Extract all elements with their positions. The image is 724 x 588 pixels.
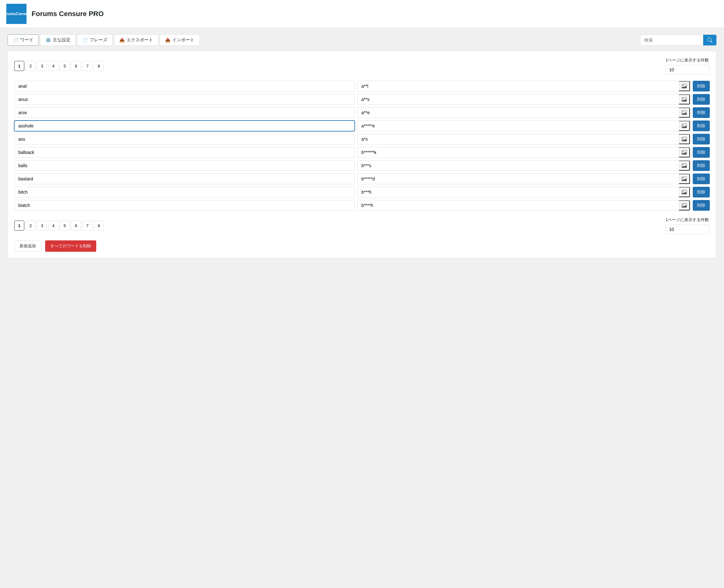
image-icon-button-6[interactable] xyxy=(679,161,690,171)
page-btn-8[interactable]: 8 xyxy=(94,61,104,71)
table-row: 削除 xyxy=(14,81,710,91)
tab-settings[interactable]: ⚙️ 主な設定 xyxy=(40,35,76,46)
page-btn-4[interactable]: 4 xyxy=(48,220,58,231)
words-tab-icon: 📄 xyxy=(13,38,18,43)
delete-button-0[interactable]: 削除 xyxy=(693,81,710,91)
tab-phrases[interactable]: 📄 フレーズ xyxy=(77,35,113,46)
image-icon-button-5[interactable] xyxy=(679,147,690,158)
image-icon xyxy=(682,190,687,195)
delete-button-2[interactable]: 削除 xyxy=(693,107,710,118)
bottom-pagination-row: 12345678 1ページに表示する件数 xyxy=(14,217,710,234)
word-input-1[interactable] xyxy=(14,94,355,105)
image-icon xyxy=(682,110,687,115)
search-button[interactable] xyxy=(703,35,717,45)
page-btn-5[interactable]: 5 xyxy=(60,220,70,231)
word-input-9[interactable] xyxy=(14,200,355,211)
censored-input-3[interactable] xyxy=(357,121,679,131)
tab-export[interactable]: 📤 エクスポート xyxy=(114,35,159,46)
delete-button-4[interactable]: 削除 xyxy=(693,134,710,145)
image-icon-button-8[interactable] xyxy=(679,187,690,197)
delete-all-button[interactable]: すべてのワードを削除 xyxy=(45,240,96,252)
censored-input-8[interactable] xyxy=(357,187,679,197)
censored-input-0[interactable] xyxy=(357,81,679,91)
page-btn-1[interactable]: 1 xyxy=(14,61,24,71)
table-row: 削除 xyxy=(14,134,710,145)
phrases-tab-icon: 📄 xyxy=(82,38,88,43)
delete-button-8[interactable]: 削除 xyxy=(693,187,710,197)
image-icon-button-3[interactable] xyxy=(679,121,690,131)
top-pagination: 12345678 xyxy=(14,61,104,71)
page-btn-6[interactable]: 6 xyxy=(71,220,81,231)
delete-button-5[interactable]: 削除 xyxy=(693,147,710,158)
word-input-2[interactable] xyxy=(14,107,355,118)
delete-button-7[interactable]: 削除 xyxy=(693,173,710,184)
word-input-6[interactable] xyxy=(14,160,355,171)
censored-input-6[interactable] xyxy=(357,161,679,171)
top-per-page-label: 1ページに表示する件数 xyxy=(666,58,709,63)
image-icon xyxy=(682,150,687,155)
censored-input-5[interactable] xyxy=(357,147,679,158)
delete-button-3[interactable]: 削除 xyxy=(693,121,710,131)
page-btn-7[interactable]: 7 xyxy=(82,61,92,71)
censored-input-wrap-0 xyxy=(357,81,690,91)
main-container: 📄 ワード ⚙️ 主な設定 📄 フレーズ 📤 エクスポート 📥 インポート xyxy=(0,28,724,265)
bottom-per-page-input[interactable] xyxy=(666,225,710,234)
page-btn-2[interactable]: 2 xyxy=(25,220,36,231)
tab-words[interactable]: 📄 ワード xyxy=(7,35,39,46)
import-tab-icon: 📥 xyxy=(165,38,170,43)
word-input-0[interactable] xyxy=(14,81,355,91)
word-input-4[interactable] xyxy=(14,134,355,145)
word-input-3[interactable] xyxy=(14,121,355,131)
image-icon xyxy=(682,123,687,128)
top-per-page-input[interactable] xyxy=(666,65,710,75)
censored-input-wrap-8 xyxy=(357,187,690,197)
page-btn-7[interactable]: 7 xyxy=(82,220,92,231)
image-icon xyxy=(682,97,687,102)
page-btn-4[interactable]: 4 xyxy=(48,61,58,71)
page-btn-3[interactable]: 3 xyxy=(37,61,47,71)
page-btn-1[interactable]: 1 xyxy=(14,220,24,231)
app-title: Forums Censure PRO xyxy=(32,10,104,18)
censored-input-wrap-3 xyxy=(357,121,690,131)
censored-input-wrap-5 xyxy=(357,147,690,158)
add-word-button[interactable]: 新規追加 xyxy=(14,240,41,252)
image-icon-button-9[interactable] xyxy=(679,200,690,210)
censored-input-2[interactable] xyxy=(357,108,679,118)
image-icon-button-7[interactable] xyxy=(679,174,690,184)
tab-import[interactable]: 📥 インポート xyxy=(160,35,200,46)
page-btn-2[interactable]: 2 xyxy=(25,61,36,71)
delete-button-1[interactable]: 削除 xyxy=(693,94,710,105)
content-panel: 12345678 1ページに表示する件数 削除削除削除削除削除削除削除削除削除削… xyxy=(7,51,717,258)
censored-input-7[interactable] xyxy=(357,174,679,184)
censored-input-4[interactable] xyxy=(357,134,679,144)
tab-phrases-label: フレーズ xyxy=(90,37,107,43)
word-input-8[interactable] xyxy=(14,187,355,197)
image-icon xyxy=(682,203,687,208)
words-list: 削除削除削除削除削除削除削除削除削除削除 xyxy=(14,81,710,211)
top-pagination-row: 12345678 1ページに表示する件数 xyxy=(14,58,710,75)
image-icon-button-0[interactable] xyxy=(679,81,690,91)
image-icon-button-4[interactable] xyxy=(679,134,690,144)
image-icon xyxy=(682,136,687,142)
search-input[interactable] xyxy=(640,35,703,45)
page-btn-3[interactable]: 3 xyxy=(37,220,47,231)
bottom-pagination: 12345678 xyxy=(14,220,104,231)
tab-search-row: 📄 ワード ⚙️ 主な設定 📄 フレーズ 📤 エクスポート 📥 インポート xyxy=(7,35,717,46)
tab-export-label: エクスポート xyxy=(127,37,153,43)
export-tab-icon: 📤 xyxy=(119,38,125,43)
image-icon xyxy=(682,176,687,182)
delete-button-6[interactable]: 削除 xyxy=(693,160,710,171)
word-input-5[interactable] xyxy=(14,147,355,158)
image-icon-button-1[interactable] xyxy=(679,94,690,104)
censored-input-9[interactable] xyxy=(357,200,679,210)
top-per-page-area: 1ページに表示する件数 xyxy=(666,58,710,75)
delete-button-9[interactable]: 削除 xyxy=(693,200,710,211)
censored-input-wrap-2 xyxy=(357,107,690,118)
page-btn-6[interactable]: 6 xyxy=(71,61,81,71)
page-btn-8[interactable]: 8 xyxy=(94,220,104,231)
censored-input-1[interactable] xyxy=(357,94,679,104)
page-btn-5[interactable]: 5 xyxy=(60,61,70,71)
word-input-7[interactable] xyxy=(14,173,355,184)
table-row: 削除 xyxy=(14,147,710,158)
image-icon-button-2[interactable] xyxy=(679,108,690,118)
